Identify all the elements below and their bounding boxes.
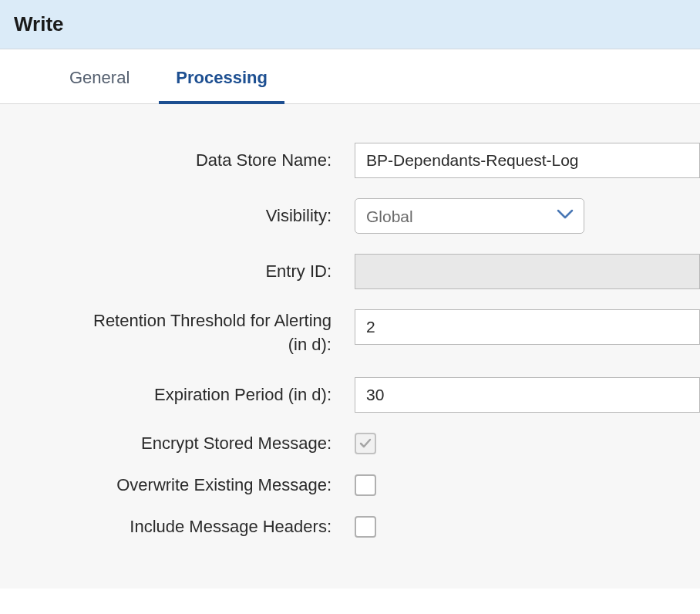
include-headers-label: Include Message Headers:	[0, 517, 355, 537]
encrypt-stored-checkbox	[355, 433, 376, 454]
include-headers-checkbox[interactable]	[355, 516, 376, 538]
tab-processing[interactable]: Processing	[153, 49, 291, 103]
data-store-name-label: Data Store Name:	[0, 150, 355, 170]
overwrite-existing-label: Overwrite Existing Message:	[0, 475, 355, 495]
tab-general[interactable]: General	[46, 49, 153, 103]
visibility-label: Visibility:	[0, 206, 355, 226]
page-title: Write	[14, 12, 686, 36]
encrypt-stored-label: Encrypt Stored Message:	[0, 434, 355, 454]
retention-threshold-label: Retention Threshold for Alerting (in d):	[0, 309, 355, 357]
tab-bar: General Processing	[0, 49, 700, 104]
expiration-period-input[interactable]	[355, 377, 700, 413]
panel-header: Write	[0, 0, 700, 49]
overwrite-existing-checkbox[interactable]	[355, 474, 376, 496]
visibility-select[interactable]: Global	[355, 198, 584, 234]
expiration-period-label: Expiration Period (in d):	[0, 385, 355, 405]
entry-id-label: Entry ID:	[0, 261, 355, 282]
data-store-name-input[interactable]	[355, 143, 700, 178]
entry-id-input[interactable]	[355, 254, 700, 289]
retention-threshold-input[interactable]	[355, 309, 700, 345]
form-area: Data Store Name: Visibility: Global Entr…	[0, 104, 700, 589]
